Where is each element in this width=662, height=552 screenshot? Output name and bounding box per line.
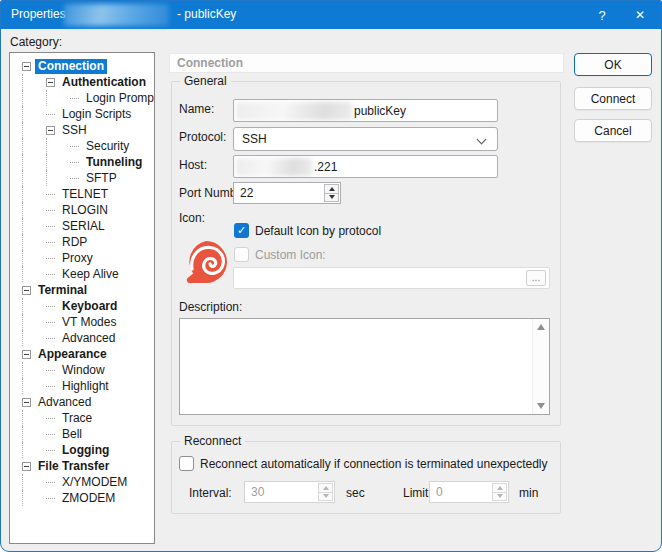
tree-item-label: Keyboard bbox=[59, 299, 120, 314]
scroll-up-button[interactable] bbox=[533, 319, 549, 335]
scroll-down-button[interactable] bbox=[533, 398, 549, 414]
tree-item-window[interactable]: Window bbox=[22, 362, 154, 378]
tree-item-login-prompts[interactable]: Login Prompts bbox=[22, 90, 154, 106]
tree-item-logging[interactable]: Logging bbox=[22, 442, 154, 458]
tree-guide-line bbox=[22, 298, 46, 314]
tree-item-label: Bell bbox=[59, 427, 85, 442]
limit-spinner[interactable]: 0 bbox=[429, 481, 509, 503]
tree-item-security[interactable]: Security bbox=[22, 138, 154, 154]
tree-item-keep-alive[interactable]: Keep Alive bbox=[22, 266, 154, 282]
host-label: Host: bbox=[179, 158, 207, 172]
tree-item-label: Logging bbox=[59, 443, 112, 458]
ellipsis-icon: ... bbox=[532, 274, 540, 282]
host-value: .221 bbox=[314, 160, 337, 174]
tree-item-rlogin[interactable]: RLOGIN bbox=[22, 202, 154, 218]
limit-spin-down-button[interactable] bbox=[492, 492, 507, 502]
tree-item-telnet[interactable]: TELNET bbox=[22, 186, 154, 202]
spin-up-icon bbox=[497, 486, 503, 490]
tree-guide-line bbox=[22, 154, 46, 170]
minus-expander-icon[interactable] bbox=[46, 78, 55, 87]
name-field[interactable]: publicKey bbox=[233, 99, 498, 122]
tree-item-tunneling[interactable]: Tunneling bbox=[22, 154, 154, 170]
tree-item-highlight[interactable]: Highlight bbox=[22, 378, 154, 394]
description-scrollbar[interactable] bbox=[532, 319, 549, 414]
minus-expander-icon[interactable] bbox=[22, 398, 31, 407]
tree-guide-line bbox=[22, 186, 46, 202]
tree-item-label: Trace bbox=[59, 411, 95, 426]
description-label: Description: bbox=[179, 300, 242, 314]
port-spin-down-button[interactable] bbox=[324, 193, 339, 203]
limit-unit-label: min bbox=[519, 486, 538, 500]
minus-expander-icon[interactable] bbox=[22, 350, 31, 359]
tree-item-proxy[interactable]: Proxy bbox=[22, 250, 154, 266]
tree-item-rdp[interactable]: RDP bbox=[22, 234, 154, 250]
minus-expander-icon[interactable] bbox=[22, 286, 31, 295]
tree-item-appearance[interactable]: Appearance bbox=[22, 346, 154, 362]
tree-stub-line bbox=[70, 162, 79, 163]
tree-item-label: RDP bbox=[59, 235, 90, 250]
interval-label: Interval: bbox=[189, 486, 232, 500]
minus-expander-icon[interactable] bbox=[46, 126, 55, 135]
tree-item-connection[interactable]: Connection bbox=[22, 58, 154, 74]
host-field[interactable]: .221 bbox=[233, 155, 498, 178]
tree-stub-line bbox=[46, 338, 55, 339]
tree-guide-line bbox=[22, 410, 46, 426]
minus-expander-icon[interactable] bbox=[22, 462, 31, 471]
port-spinner[interactable]: 22 bbox=[233, 182, 341, 204]
tree-item-file-transfer[interactable]: File Transfer bbox=[22, 458, 154, 474]
tree-item-label: Authentication bbox=[59, 75, 149, 90]
tree-guide-line bbox=[22, 490, 46, 506]
custom-icon-checkbox[interactable] bbox=[234, 247, 249, 262]
tree-stub-line bbox=[46, 210, 55, 211]
connect-button[interactable]: Connect bbox=[574, 87, 652, 110]
icon-label: Icon: bbox=[179, 211, 205, 225]
interval-spin-down-button[interactable] bbox=[318, 492, 333, 502]
close-button[interactable]: ✕ bbox=[621, 1, 659, 29]
protocol-value: SSH bbox=[242, 132, 267, 146]
tree-stub-line bbox=[46, 274, 55, 275]
tree-item-label: Tunneling bbox=[83, 155, 145, 170]
tree-stub-line bbox=[46, 370, 55, 371]
reconnect-checkbox[interactable] bbox=[179, 456, 194, 471]
tree-item-keyboard[interactable]: Keyboard bbox=[22, 298, 154, 314]
redacted-host-text bbox=[236, 158, 312, 176]
title-bar[interactable]: Properties - publicKey ? ✕ bbox=[1, 1, 661, 29]
tree-item-label: RLOGIN bbox=[59, 203, 111, 218]
category-tree[interactable]: ConnectionAuthenticationLogin PromptsLog… bbox=[9, 52, 155, 544]
tree-item-sftp[interactable]: SFTP bbox=[22, 170, 154, 186]
tree-guide-line bbox=[22, 170, 46, 186]
window-title-suffix: - publicKey bbox=[177, 7, 236, 21]
interval-spinner[interactable]: 30 bbox=[244, 481, 335, 503]
tree-guide-line bbox=[22, 234, 46, 250]
tree-stub-line bbox=[46, 418, 55, 419]
panel-header: Connection bbox=[169, 53, 564, 73]
tree-item-login-scripts[interactable]: Login Scripts bbox=[22, 106, 154, 122]
help-button[interactable]: ? bbox=[583, 1, 621, 29]
ok-button[interactable]: OK bbox=[574, 53, 652, 76]
reconnect-checkbox-label: Reconnect automatically if connection is… bbox=[200, 457, 548, 471]
minus-expander-icon[interactable] bbox=[22, 62, 31, 71]
custom-icon-path-field[interactable]: ... bbox=[233, 267, 550, 289]
tree-item-advanced[interactable]: Advanced bbox=[22, 330, 154, 346]
tree-item-trace[interactable]: Trace bbox=[22, 410, 154, 426]
tree-item-zmodem[interactable]: ZMODEM bbox=[22, 490, 154, 506]
tree-item-ssh[interactable]: SSH bbox=[22, 122, 154, 138]
tree-item-terminal[interactable]: Terminal bbox=[22, 282, 154, 298]
tree-item-advanced[interactable]: Advanced bbox=[22, 394, 154, 410]
description-textarea[interactable] bbox=[179, 318, 550, 415]
cancel-button[interactable]: Cancel bbox=[574, 119, 652, 142]
tree-guide-line bbox=[22, 138, 46, 154]
tree-item-serial[interactable]: SERIAL bbox=[22, 218, 154, 234]
tree-guide-line bbox=[22, 90, 46, 106]
tree-guide-line bbox=[22, 442, 46, 458]
tree-item-x-ymodem[interactable]: X/YMODEM bbox=[22, 474, 154, 490]
tree-item-authentication[interactable]: Authentication bbox=[22, 74, 154, 90]
spin-up-icon bbox=[329, 187, 335, 191]
reconnect-legend: Reconnect bbox=[180, 434, 245, 448]
browse-button[interactable]: ... bbox=[526, 270, 546, 286]
tree-item-vt-modes[interactable]: VT Modes bbox=[22, 314, 154, 330]
tree-item-label: Window bbox=[59, 363, 108, 378]
default-icon-checkbox[interactable]: ✓ bbox=[234, 223, 249, 238]
tree-item-bell[interactable]: Bell bbox=[22, 426, 154, 442]
protocol-select[interactable]: SSH bbox=[233, 127, 498, 151]
